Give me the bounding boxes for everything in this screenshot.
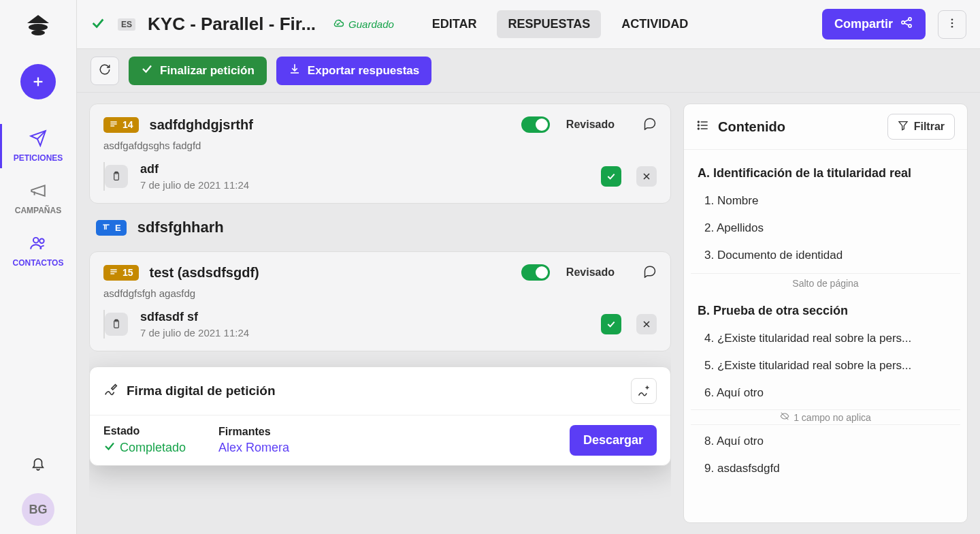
rail-item-campanas[interactable]: CAMPAÑAS: [0, 172, 76, 225]
filter-label: Filtrar: [914, 121, 945, 133]
tab-actividad[interactable]: ACTIVIDAD: [610, 10, 699, 38]
check-icon: [141, 63, 153, 78]
document-title: KYC - Parallel - Fir...: [148, 14, 316, 35]
question-number-badge: 14: [103, 117, 139, 133]
toc-heading: Contenido: [718, 119, 785, 135]
rail-item-contactos[interactable]: CONTACTOS: [0, 225, 76, 277]
toc-item[interactable]: 8. Aquí otro: [691, 428, 960, 455]
svg-point-6: [33, 238, 39, 243]
toc-item[interactable]: 9. asdasfsdgfd: [691, 455, 960, 482]
signature-signer-link[interactable]: Alex Romera: [218, 441, 289, 455]
clipboard-button[interactable]: [105, 313, 128, 336]
finalize-label: Finalizar petición: [160, 64, 255, 78]
filter-button[interactable]: Filtrar: [887, 114, 955, 140]
signature-state-text: Completado: [120, 441, 186, 455]
svg-marker-39: [899, 122, 907, 130]
avatar-initials: BG: [29, 503, 48, 517]
svg-point-2: [29, 24, 48, 31]
answer-row: sdfasdf sf 7 de julio de 2021 11:24: [103, 310, 657, 339]
svg-line-11: [904, 20, 909, 22]
reject-button[interactable]: [636, 166, 657, 187]
tabs: EDITAR RESPUESTAS ACTIVIDAD: [421, 10, 699, 38]
toc-page-break: Salto de página: [691, 273, 960, 293]
create-button[interactable]: [20, 64, 56, 99]
svg-point-3: [31, 30, 45, 35]
list-icon: [109, 267, 118, 279]
svg-point-13: [951, 18, 953, 20]
send-icon: [29, 129, 47, 149]
toc-item[interactable]: 1. Nombre: [691, 187, 960, 215]
saved-label: Guardado: [348, 18, 394, 30]
kebab-icon: [946, 17, 958, 31]
comment-button[interactable]: [643, 116, 657, 133]
refresh-button[interactable]: [91, 57, 119, 85]
svg-point-38: [698, 128, 700, 129]
clipboard-button[interactable]: [105, 165, 128, 188]
notifications-button[interactable]: [24, 450, 52, 477]
toc-item[interactable]: 5. ¿Existe titularidad real sobre la per…: [691, 352, 960, 379]
action-bar: Finalizar petición Exportar respuestas: [77, 49, 980, 93]
download-button[interactable]: Descargar: [570, 425, 657, 456]
check-icon: [91, 16, 105, 33]
question-subtext: asdfgafdgsghs fadgfd: [103, 140, 657, 151]
comment-button[interactable]: [643, 264, 657, 281]
response-card: 14 sadfdghdgjsrthf Revisado asdfgafdgsgh…: [89, 104, 671, 204]
export-label: Exportar respuestas: [308, 64, 419, 78]
more-menu-button[interactable]: [938, 10, 966, 39]
signature-state: Estado Completado: [103, 425, 186, 456]
svg-line-12: [904, 23, 909, 25]
approve-button[interactable]: [601, 314, 621, 334]
content-region: 14 sadfdghdgjsrthf Revisado asdfgafdgsgh…: [77, 93, 980, 534]
svg-marker-0: [38, 15, 49, 23]
toc-section-b[interactable]: B. Prueba de otra sección: [691, 297, 960, 325]
toc-item[interactable]: 3. Documento de identidad: [691, 242, 960, 269]
signature-state-label: Estado: [103, 425, 186, 437]
left-rail: PETICIONES CAMPAÑAS CONTACTOS BG: [0, 0, 77, 534]
toc-panel: Contenido Filtrar A. Identificación de l…: [683, 104, 968, 523]
export-button[interactable]: Exportar respuestas: [276, 57, 431, 85]
rail-item-label: CAMPAÑAS: [15, 206, 61, 215]
tab-editar[interactable]: EDITAR: [421, 10, 488, 38]
toc-section-a[interactable]: A. Identificación de la titularidad real: [691, 159, 960, 187]
rail-item-label: CONTACTOS: [13, 258, 64, 268]
section-title: sdfsfghharh: [137, 219, 224, 236]
reviewed-toggle[interactable]: [521, 116, 550, 133]
section-letter: E: [115, 223, 121, 233]
rail-item-peticiones[interactable]: PETICIONES: [0, 120, 76, 172]
add-signature-button[interactable]: [631, 378, 657, 404]
finalize-button[interactable]: Finalizar petición: [129, 57, 267, 85]
question-number: 15: [122, 267, 133, 278]
topbar: ES KYC - Parallel - Fir... Guardado EDIT…: [77, 0, 980, 49]
answer-date: 7 de julio de 2021 11:24: [140, 179, 249, 191]
section-header: E sdfsfghharh: [89, 219, 671, 236]
megaphone-icon: [29, 182, 47, 202]
users-icon: [29, 234, 47, 254]
approve-button[interactable]: [601, 166, 621, 187]
tab-respuestas[interactable]: RESPUESTAS: [497, 10, 601, 38]
toc-item[interactable]: 4. ¿Existe titularidad real sobre la per…: [691, 325, 960, 352]
user-avatar[interactable]: BG: [22, 493, 54, 526]
svg-point-37: [698, 125, 700, 126]
rail-item-label: PETICIONES: [14, 153, 63, 163]
reviewed-toggle[interactable]: [521, 264, 550, 281]
question-subtext: asdfdgfsfgh agasfdg: [103, 287, 657, 299]
answer-row: adf 7 de julio de 2021 11:24: [103, 162, 657, 191]
signature-state-value: Completado: [103, 440, 186, 456]
question-title: sadfdghdgjsrthf: [150, 117, 253, 133]
toc-item[interactable]: 2. Apellidos: [691, 215, 960, 242]
cloud-check-icon: [332, 17, 344, 31]
reviewed-label: Revisado: [566, 266, 615, 279]
language-badge: ES: [118, 18, 135, 31]
share-button[interactable]: Compartir: [822, 9, 926, 40]
check-icon: [103, 440, 116, 456]
center-column: 14 sadfdghdgjsrthf Revisado asdfgafdgsgh…: [89, 104, 671, 523]
reject-button[interactable]: [636, 314, 657, 334]
download-icon: [289, 63, 301, 78]
saved-indicator: Guardado: [332, 17, 394, 31]
toc-item[interactable]: 6. Aquí otro: [691, 379, 960, 407]
response-card: 15 test (asdsdfsgdf) Revisado asdfdgfsfg…: [89, 251, 671, 351]
reviewed-label: Revisado: [566, 119, 615, 131]
svg-marker-1: [27, 15, 38, 23]
signature-icon: [103, 382, 118, 400]
signature-card: Firma digital de petición Estado: [89, 366, 671, 466]
